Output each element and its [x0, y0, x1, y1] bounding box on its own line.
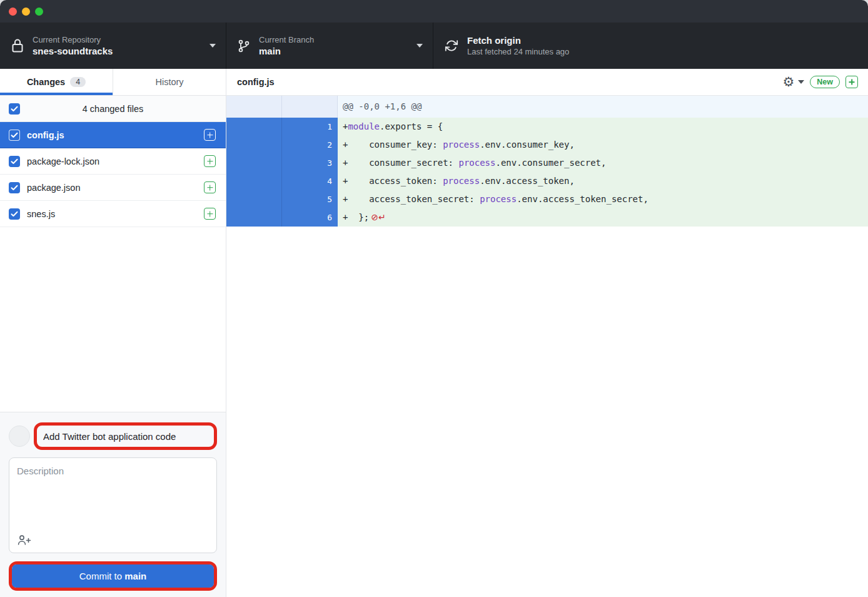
line-gutter[interactable]: 1	[226, 118, 338, 136]
gear-icon: ⚙	[782, 76, 794, 89]
branch-selector[interactable]: Current Branch main	[226, 23, 433, 69]
select-all-row: 4 changed files	[0, 96, 226, 122]
chevron-down-icon	[416, 44, 423, 48]
code-line: + access_token_secret: process.env.acces…	[338, 190, 868, 208]
add-coauthor-button[interactable]	[17, 534, 32, 546]
file-checkbox[interactable]	[9, 208, 20, 220]
summary-annotation-highlight	[34, 422, 217, 450]
tab-history-label: History	[155, 77, 183, 87]
line-gutter[interactable]: 4	[226, 172, 338, 190]
diff-hunk-header: @@ -0,0 +1,6 @@	[338, 96, 868, 118]
tab-history[interactable]: History	[113, 69, 226, 95]
sidebar-tabs: Changes 4 History	[0, 69, 226, 96]
code-line: + consumer_secret: process.env.consumer_…	[338, 154, 868, 172]
line-gutter[interactable]: 3	[226, 154, 338, 172]
line-number[interactable]: 6	[282, 208, 338, 227]
fetch-title: Fetch origin	[467, 34, 631, 46]
commit-button[interactable]: Commit to main	[12, 564, 214, 588]
lock-icon	[11, 38, 24, 54]
file-row-config-js[interactable]: config.js	[0, 122, 226, 148]
repository-label: Current Repository	[33, 34, 204, 45]
branch-name: main	[259, 45, 411, 57]
changes-count-badge: 4	[70, 77, 86, 87]
line-gutter[interactable]: 2	[226, 136, 338, 154]
diff-line-6: 6 + };⊘↵	[226, 208, 868, 227]
commit-button-annotation-highlight: Commit to main	[9, 561, 217, 591]
app-window: Current Repository snes-soundtracks Curr…	[0, 0, 868, 597]
file-added-status-icon	[204, 155, 216, 167]
file-row-package-lock-json[interactable]: package-lock.json	[0, 148, 226, 175]
added-file-status-icon	[845, 76, 858, 88]
fetch-subtitle: Last fetched 24 minutes ago	[467, 46, 631, 58]
line-number[interactable]: 3	[282, 154, 338, 172]
tab-changes-label: Changes	[27, 77, 65, 87]
diff-line-4: 4 + access_token: process.env.access_tok…	[226, 172, 868, 190]
commit-description-textarea[interactable]	[9, 458, 216, 532]
file-row-snes-js[interactable]: snes.js	[0, 201, 226, 227]
changed-files-label: 4 changed files	[0, 104, 226, 114]
diff-line-1: 1 +module.exports = {	[226, 118, 868, 136]
hunk-gutter	[226, 96, 338, 118]
line-gutter[interactable]: 5	[226, 190, 338, 208]
file-name: config.js	[27, 130, 204, 140]
file-list-empty-area	[0, 227, 226, 412]
sidebar: Changes 4 History 4 changed files config…	[0, 69, 226, 597]
select-all-checkbox[interactable]	[9, 103, 20, 115]
line-number[interactable]: 1	[282, 118, 338, 136]
code-line: + };⊘↵	[338, 208, 868, 227]
commit-button-label: Commit to	[79, 571, 125, 581]
minimize-button[interactable]	[22, 8, 30, 16]
file-added-status-icon	[204, 208, 216, 220]
avatar	[9, 426, 30, 447]
tab-changes[interactable]: Changes 4	[0, 69, 113, 95]
close-button[interactable]	[9, 8, 17, 16]
line-number[interactable]: 2	[282, 136, 338, 154]
git-branch-icon	[238, 38, 250, 54]
diff-line-5: 5 + access_token_secret: process.env.acc…	[226, 190, 868, 208]
line-gutter[interactable]: 6	[226, 208, 338, 227]
commit-summary-input[interactable]	[37, 431, 214, 442]
diff-header: config.js ⚙ New	[226, 69, 868, 96]
titlebar	[0, 0, 868, 23]
toolbar: Current Repository snes-soundtracks Curr…	[0, 23, 868, 69]
description-box	[9, 457, 217, 553]
code-line: +module.exports = {	[338, 118, 868, 136]
zoom-button[interactable]	[35, 8, 43, 16]
branch-label: Current Branch	[259, 34, 411, 45]
file-name: snes.js	[27, 209, 204, 219]
diff-options-button[interactable]: ⚙	[782, 76, 804, 89]
file-checkbox[interactable]	[9, 182, 20, 193]
diff-line-2: 2 + consumer_key: process.env.consumer_k…	[226, 136, 868, 154]
line-number[interactable]: 5	[282, 190, 338, 208]
file-checkbox[interactable]	[9, 130, 20, 141]
line-number[interactable]: 4	[282, 172, 338, 190]
code-line: + access_token: process.env.access_token…	[338, 172, 868, 190]
file-added-status-icon	[204, 181, 216, 193]
file-name: package-lock.json	[27, 156, 204, 166]
commit-button-branch: main	[124, 571, 146, 581]
fetch-origin-button[interactable]: Fetch origin Last fetched 24 minutes ago	[433, 23, 641, 69]
no-newline-eof-icon: ⊘↵	[369, 212, 385, 222]
code-line: + consumer_key: process.env.consumer_key…	[338, 136, 868, 154]
chevron-down-icon	[798, 80, 804, 84]
repository-name: snes-soundtracks	[33, 45, 204, 57]
chevron-down-icon	[209, 44, 216, 48]
diff-line-3: 3 + consumer_secret: process.env.consume…	[226, 154, 868, 172]
diff-body: @@ -0,0 +1,6 @@ 1 +module.exports = { 2 …	[226, 96, 868, 597]
toolbar-spacer	[641, 23, 868, 69]
diff-file-title: config.js	[237, 77, 782, 87]
file-added-status-icon	[204, 129, 216, 141]
sync-icon	[445, 39, 458, 53]
file-checkbox[interactable]	[9, 156, 20, 167]
person-plus-icon	[17, 534, 32, 546]
repository-selector[interactable]: Current Repository snes-soundtracks	[0, 23, 226, 69]
diff-panel: config.js ⚙ New @@ -0,0 +1,6 @@ 1	[226, 69, 868, 597]
diff-hunk-row: @@ -0,0 +1,6 @@	[226, 96, 868, 118]
file-name: package.json	[27, 183, 204, 193]
file-row-package-json[interactable]: package.json	[0, 175, 226, 201]
new-file-badge: New	[810, 76, 840, 88]
commit-section: Commit to main	[0, 412, 226, 597]
